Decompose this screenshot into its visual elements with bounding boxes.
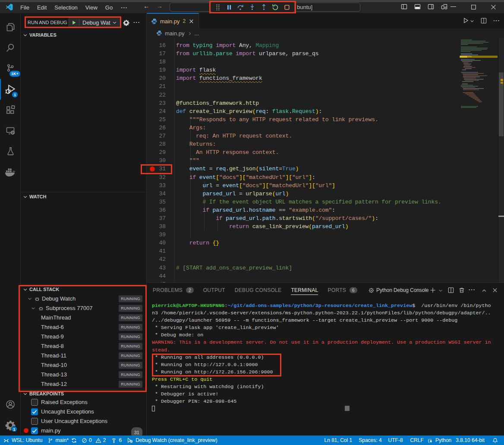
svg-text:{: {	[427, 438, 430, 443]
